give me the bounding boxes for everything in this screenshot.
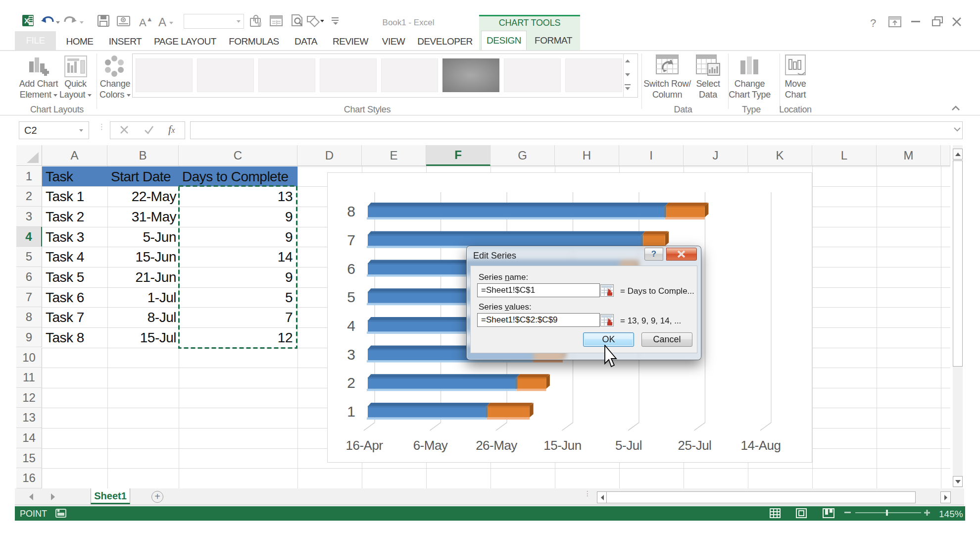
svg-text:5: 5: [347, 289, 355, 305]
svg-text:2: 2: [347, 374, 355, 391]
svg-text:4: 4: [347, 318, 355, 334]
svg-text:25-Jul: 25-Jul: [678, 438, 712, 453]
svg-text:7: 7: [347, 232, 355, 248]
svg-text:6-May: 6-May: [413, 438, 448, 453]
svg-text:3: 3: [347, 346, 355, 363]
svg-text:16-Apr: 16-Apr: [345, 438, 383, 453]
svg-text:26-May: 26-May: [476, 438, 517, 453]
svg-text:14-Aug: 14-Aug: [741, 438, 781, 453]
svg-text:8: 8: [347, 203, 355, 219]
svg-text:X: X: [24, 16, 29, 25]
svg-text:15-Jun: 15-Jun: [543, 438, 582, 453]
svg-text:1: 1: [347, 403, 355, 420]
svg-text:6: 6: [347, 261, 355, 277]
svg-text:5-Jul: 5-Jul: [615, 438, 642, 453]
